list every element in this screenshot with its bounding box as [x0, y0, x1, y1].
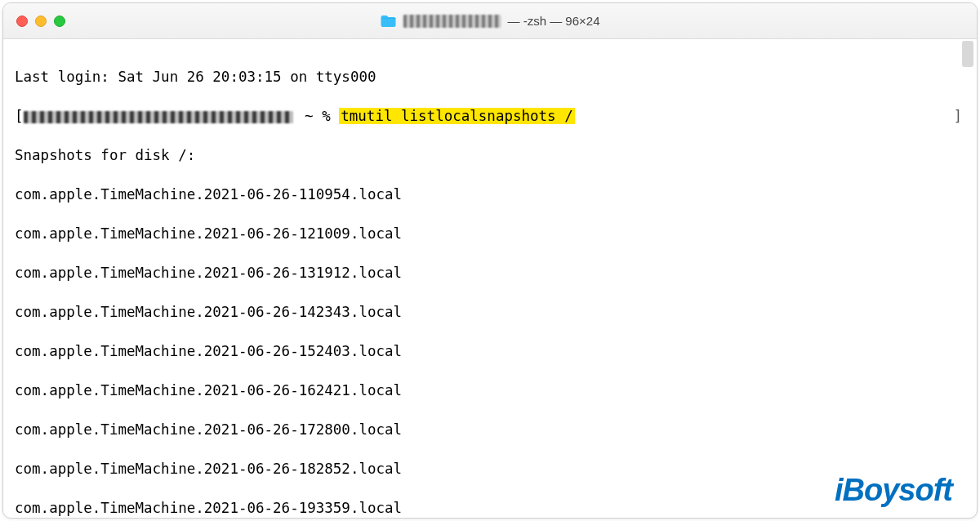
snapshot-entry: com.apple.TimeMachine.2021-06-26-162421.… — [15, 381, 965, 400]
snapshot-entry: com.apple.TimeMachine.2021-06-26-182852.… — [15, 459, 965, 479]
command-1: tmutil listlocalsnapshots / — [339, 108, 574, 124]
title-redacted — [403, 15, 501, 28]
prompt-suffix: ~ % — [305, 108, 339, 124]
folder-icon — [381, 15, 397, 28]
bracket: ] — [954, 106, 962, 126]
snapshot-entry: com.apple.TimeMachine.2021-06-26-193359.… — [15, 498, 965, 518]
terminal-window: — -zsh — 96×24 Last login: Sat Jun 26 20… — [2, 2, 978, 519]
snapshot-entry: com.apple.TimeMachine.2021-06-26-142343.… — [15, 302, 965, 322]
window-titlebar[interactable]: — -zsh — 96×24 — [3, 3, 977, 39]
bracket: [ — [15, 108, 24, 124]
title-suffix: — -zsh — 96×24 — [508, 14, 600, 28]
snapshot-entry: com.apple.TimeMachine.2021-06-26-121009.… — [15, 224, 965, 243]
snapshot-entry: com.apple.TimeMachine.2021-06-26-152403.… — [15, 341, 965, 361]
terminal-output[interactable]: Last login: Sat Jun 26 20:03:15 on ttys0… — [3, 39, 977, 519]
snapshot-entry: com.apple.TimeMachine.2021-06-26-110954.… — [15, 185, 965, 204]
brand-watermark: iBoysoft — [835, 473, 952, 508]
last-login-text: Last login: Sat Jun 26 20:03:15 on ttys0… — [15, 67, 965, 87]
snapshot-header: Snapshots for disk /: — [15, 145, 965, 165]
zoom-window-button[interactable] — [54, 16, 65, 27]
snapshot-entry: com.apple.TimeMachine.2021-06-26-131912.… — [15, 263, 965, 283]
prompt-line-1: [ ~ % tmutil listlocalsnapshots /] — [15, 106, 965, 126]
traffic-lights — [16, 16, 65, 27]
window-title: — -zsh — 96×24 — [381, 14, 600, 28]
snapshot-entry: com.apple.TimeMachine.2021-06-26-172800.… — [15, 420, 965, 439]
minimize-window-button[interactable] — [35, 16, 47, 27]
redacted-host — [24, 111, 293, 123]
close-window-button[interactable] — [16, 16, 28, 27]
